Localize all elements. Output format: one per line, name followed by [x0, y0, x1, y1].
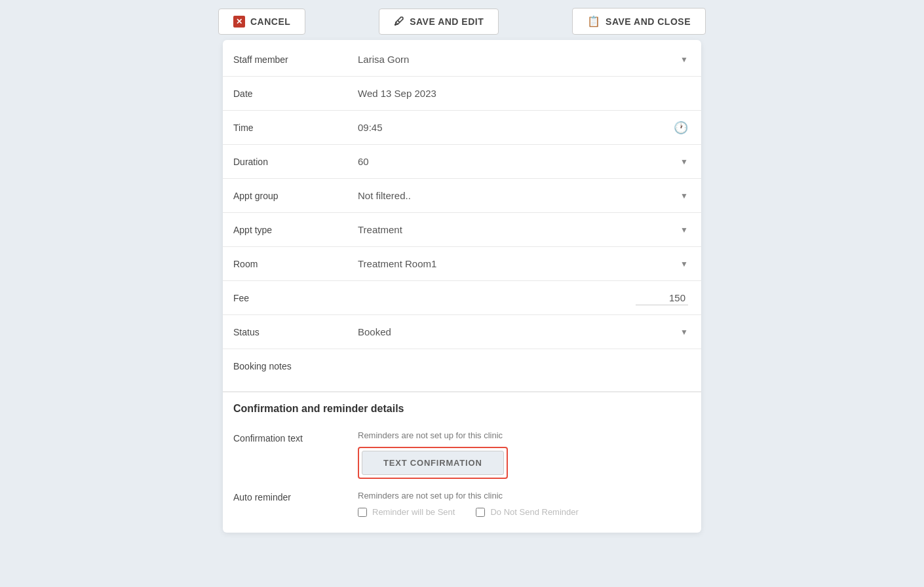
appt-group-value: Not filtered..	[358, 190, 411, 201]
status-value: Booked	[358, 326, 391, 337]
appt-group-value-container: Not filtered.. ▼	[358, 190, 688, 201]
auto-reminder-note: Reminders are not set up for this clinic	[358, 491, 691, 501]
cancel-label: CANCEL	[250, 16, 290, 27]
page-wrapper: ✕ CANCEL 🖊 SAVE AND EDIT 📋 SAVE AND CLOS…	[0, 0, 924, 587]
main-card-inner: Staff member Larisa Gorn ▼ Date Wed 13 S…	[223, 40, 701, 533]
save-edit-label: SAVE AND EDIT	[410, 16, 484, 27]
duration-value: 60	[358, 156, 369, 167]
appt-type-dropdown-icon[interactable]: ▼	[680, 225, 688, 235]
duration-label: Duration	[233, 157, 358, 167]
appt-type-value: Treatment	[358, 224, 402, 235]
staff-member-dropdown-icon[interactable]: ▼	[680, 55, 688, 64]
room-value-container: Treatment Room1 ▼	[358, 258, 688, 269]
appt-type-label: Appt type	[233, 225, 358, 235]
save-close-button[interactable]: 📋 SAVE AND CLOSE	[572, 8, 706, 35]
date-row: Date Wed 13 Sep 2023	[223, 77, 701, 111]
appt-group-dropdown-icon[interactable]: ▼	[680, 191, 688, 200]
save-icon: 📋	[587, 15, 601, 28]
form-section: Staff member Larisa Gorn ▼ Date Wed 13 S…	[223, 40, 701, 391]
confirmation-text-label: Confirmation text	[233, 430, 358, 444]
room-row: Room Treatment Room1 ▼	[223, 247, 701, 281]
duration-value-container: 60 ▼	[358, 156, 688, 167]
fee-label: Fee	[233, 293, 358, 303]
save-close-label: SAVE AND CLOSE	[606, 16, 691, 27]
staff-member-row: Staff member Larisa Gorn ▼	[223, 43, 701, 77]
room-dropdown-icon[interactable]: ▼	[680, 259, 688, 269]
fee-row: Fee	[223, 281, 701, 315]
duration-row: Duration 60 ▼	[223, 145, 701, 179]
date-label: Date	[233, 88, 358, 99]
auto-reminder-content: Reminders are not set up for this clinic…	[358, 489, 691, 517]
auto-reminder-row: Auto reminder Reminders are not set up f…	[233, 484, 691, 522]
date-value-container: Wed 13 Sep 2023	[358, 88, 688, 99]
confirmation-text-content: Reminders are not set up for this clinic…	[358, 430, 691, 479]
appt-group-row: Appt group Not filtered.. ▼	[223, 179, 701, 213]
fee-value-container	[358, 291, 688, 305]
room-label: Room	[233, 259, 358, 269]
confirmation-section: Confirmation and reminder details Confir…	[223, 391, 701, 533]
do-not-send-item[interactable]: Do Not Send Reminder	[476, 507, 578, 517]
reminder-will-be-sent-item[interactable]: Reminder will be Sent	[358, 507, 455, 517]
clock-icon[interactable]: 🕐	[674, 121, 688, 135]
confirmation-text-row: Confirmation text Reminders are not set …	[233, 425, 691, 484]
staff-member-value: Larisa Gorn	[358, 54, 409, 65]
time-row: Time 09:45 🕐	[223, 111, 701, 145]
appt-group-label: Appt group	[233, 191, 358, 201]
save-edit-button[interactable]: 🖊 SAVE AND EDIT	[379, 9, 499, 35]
do-not-send-checkbox[interactable]	[476, 508, 485, 517]
status-dropdown-icon[interactable]: ▼	[680, 328, 688, 337]
staff-member-value-container: Larisa Gorn ▼	[358, 54, 688, 65]
text-confirmation-button[interactable]: TEXT CONFIRMATION	[362, 451, 504, 475]
status-row: Status Booked ▼	[223, 315, 701, 349]
pencil-icon: 🖊	[394, 16, 405, 28]
reminder-sent-label: Reminder will be Sent	[372, 507, 455, 517]
status-label: Status	[233, 327, 358, 337]
time-value-container: 09:45 🕐	[358, 121, 688, 135]
fee-input[interactable]	[636, 291, 688, 305]
cancel-button[interactable]: ✕ CANCEL	[218, 9, 305, 35]
booking-notes-label: Booking notes	[233, 361, 358, 371]
center-panel: ✕ CANCEL 🖊 SAVE AND EDIT 📋 SAVE AND CLOS…	[213, 0, 711, 533]
checkbox-row: Reminder will be Sent Do Not Send Remind…	[358, 507, 691, 517]
time-label: Time	[233, 123, 358, 133]
staff-member-label: Staff member	[233, 54, 358, 65]
cancel-icon: ✕	[233, 16, 245, 28]
text-confirmation-highlight: TEXT CONFIRMATION	[358, 447, 508, 479]
reminder-note-1: Reminders are not set up for this clinic	[358, 430, 691, 440]
do-not-send-label: Do Not Send Reminder	[490, 507, 578, 517]
appt-type-value-container: Treatment ▼	[358, 224, 688, 235]
toolbar: ✕ CANCEL 🖊 SAVE AND EDIT 📋 SAVE AND CLOS…	[213, 0, 711, 40]
status-value-container: Booked ▼	[358, 326, 688, 337]
time-value: 09:45	[358, 122, 383, 133]
room-value: Treatment Room1	[358, 258, 436, 269]
reminder-sent-checkbox[interactable]	[358, 508, 367, 517]
auto-reminder-label: Auto reminder	[233, 489, 358, 502]
duration-dropdown-icon[interactable]: ▼	[680, 157, 688, 166]
appt-type-row: Appt type Treatment ▼	[223, 213, 701, 247]
booking-notes-row: Booking notes	[223, 349, 701, 383]
date-value: Wed 13 Sep 2023	[358, 88, 436, 99]
main-card: Staff member Larisa Gorn ▼ Date Wed 13 S…	[223, 40, 701, 533]
confirmation-section-title: Confirmation and reminder details	[233, 403, 691, 415]
